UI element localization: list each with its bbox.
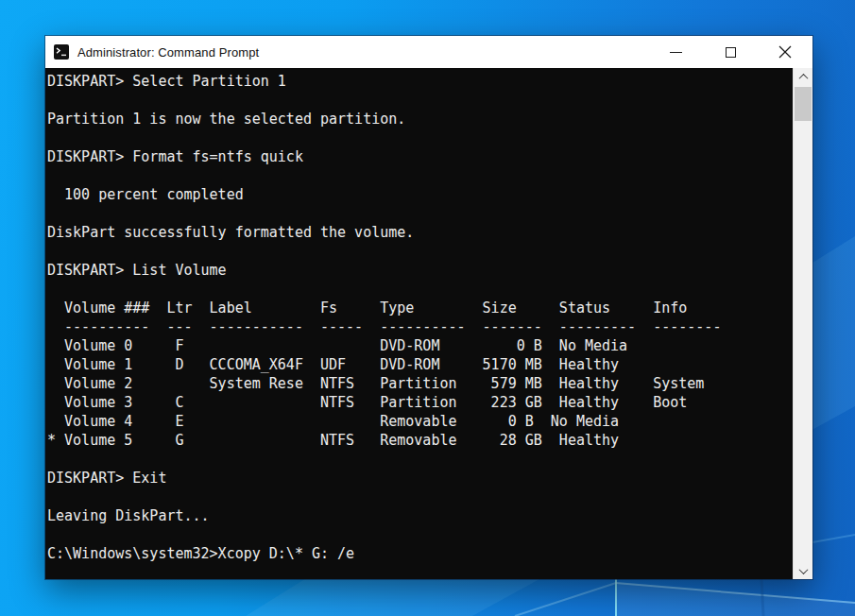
volume-table-row: Volume 4 E Removable 0 B No Media (47, 412, 793, 431)
volume-table-divider: ---------- --- ----------- ----- -------… (47, 317, 793, 336)
title-bar[interactable]: Administrator: Command Prompt (45, 36, 812, 68)
console-line (47, 91, 793, 110)
scrollbar[interactable] (793, 68, 812, 579)
title-bar-left: Administrator: Command Prompt (45, 44, 259, 60)
scroll-up-button[interactable] (794, 69, 812, 84)
console-prompt-line: C:\Windows\system32>Xcopy D:\* G: /e (47, 544, 793, 563)
chevron-up-icon (798, 73, 808, 82)
console-line (47, 488, 793, 506)
console-line: Leaving DiskPart... (47, 506, 793, 525)
console-output[interactable]: DISKPART> Select Partition 1 Partition 1… (45, 68, 793, 579)
close-icon (778, 45, 792, 59)
console-line (47, 450, 793, 469)
cmd-window: Administrator: Command Prompt DISKPART> … (45, 36, 812, 579)
volume-table-row: Volume 1 D CCCOMA_X64F UDF DVD-ROM 5170 … (47, 355, 793, 374)
cmd-icon[interactable] (54, 44, 69, 60)
maximize-button[interactable] (703, 36, 758, 68)
scrollbar-thumb[interactable] (795, 87, 812, 121)
console-line: 100 percent completed (47, 185, 793, 204)
console-area: DISKPART> Select Partition 1 Partition 1… (45, 68, 812, 579)
console-line: Partition 1 is now the selected partitio… (47, 110, 793, 128)
console-line (47, 204, 793, 223)
scroll-down-button[interactable] (794, 563, 812, 578)
console-line: DISKPART> List Volume (47, 261, 793, 280)
console-line (47, 166, 793, 185)
console-line (47, 525, 793, 544)
console-line (47, 128, 793, 147)
window-title: Administrator: Command Prompt (77, 45, 259, 60)
chevron-down-icon (798, 565, 808, 574)
console-line (47, 280, 793, 299)
minimize-icon (670, 52, 682, 53)
volume-table-row: Volume 2 System Rese NTFS Partition 579 … (47, 374, 793, 393)
volume-table-row: Volume 0 F DVD-ROM 0 B No Media (47, 336, 793, 355)
console-line: DISKPART> Exit (47, 469, 793, 488)
volume-table-row: Volume 3 C NTFS Partition 223 GB Healthy… (47, 393, 793, 412)
console-line: DiskPart successfully formatted the volu… (47, 223, 793, 242)
console-line: DISKPART> Format fs=ntfs quick (47, 147, 793, 166)
minimize-button[interactable] (648, 36, 703, 68)
console-line: DISKPART> Select Partition 1 (47, 72, 793, 91)
console-line (47, 242, 793, 261)
window-controls (648, 36, 812, 68)
close-button[interactable] (758, 36, 812, 68)
maximize-icon (726, 47, 736, 58)
volume-table-row-selected: * Volume 5 G NTFS Removable 28 GB Health… (47, 431, 793, 450)
volume-table-header: Volume ### Ltr Label Fs Type Size Status… (47, 299, 793, 317)
